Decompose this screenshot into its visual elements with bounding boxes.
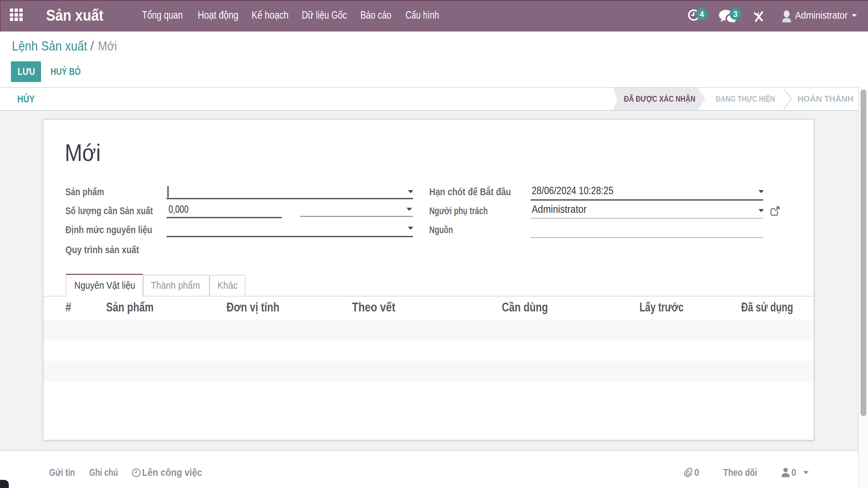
svg-text:3: 3 bbox=[733, 10, 738, 19]
svg-text:4: 4 bbox=[700, 10, 704, 19]
